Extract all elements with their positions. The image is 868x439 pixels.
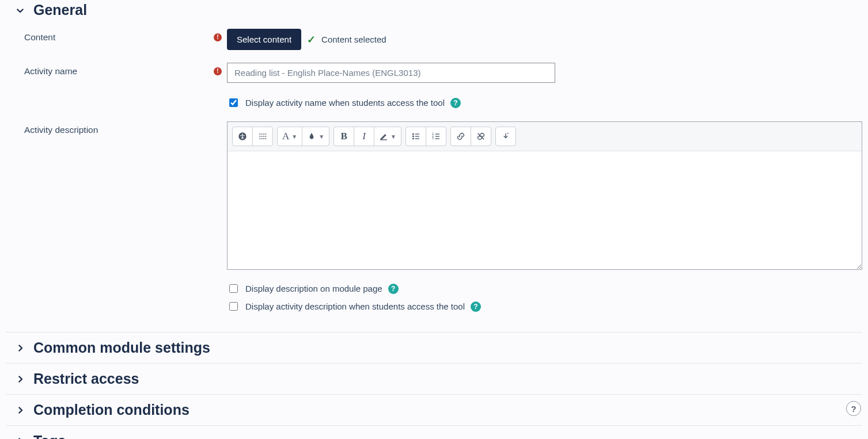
more-toolbar-button[interactable] bbox=[495, 127, 516, 146]
editor-toolbar: A▼ ▼ B I ▼ bbox=[228, 122, 862, 151]
section-general: General Content ! Select content ✓ Conte… bbox=[6, 0, 862, 332]
section-header-completion-conditions[interactable]: Completion conditions bbox=[15, 402, 862, 418]
help-icon[interactable]: ? bbox=[450, 98, 461, 108]
italic-button[interactable]: I bbox=[354, 127, 374, 146]
row-activity-description: Activity description bbox=[24, 121, 862, 312]
svg-point-19 bbox=[413, 138, 414, 139]
svg-point-11 bbox=[261, 138, 263, 139]
section-title: Restrict access bbox=[33, 371, 139, 387]
help-icon[interactable]: ? bbox=[471, 301, 481, 312]
bulleted-list-button[interactable] bbox=[405, 127, 426, 146]
section-completion-conditions: Completion conditions bbox=[6, 394, 862, 425]
section-body-general: Content ! Select content ✓ Content selec… bbox=[15, 18, 862, 312]
row-activity-name: Activity name ! Display activity name wh… bbox=[24, 63, 862, 109]
highlight-button[interactable]: ▼ bbox=[374, 127, 401, 146]
section-header-tags[interactable]: Tags bbox=[15, 433, 862, 439]
check-icon: ✓ bbox=[307, 33, 316, 46]
help-icon: ? bbox=[851, 404, 856, 414]
display-description-module-label: Display description on module page bbox=[245, 284, 382, 293]
editor-content[interactable] bbox=[228, 151, 862, 269]
svg-point-17 bbox=[413, 136, 414, 137]
section-header-restrict-access[interactable]: Restrict access bbox=[15, 371, 862, 387]
font-color-button[interactable]: ▼ bbox=[302, 127, 329, 146]
row-content: Content ! Select content ✓ Content selec… bbox=[24, 29, 862, 50]
chevron-down-icon bbox=[15, 5, 25, 16]
display-activity-name-label: Display activity name when students acce… bbox=[245, 98, 445, 108]
svg-point-6 bbox=[259, 136, 260, 137]
required-icon: ! bbox=[214, 67, 222, 75]
activity-name-input[interactable] bbox=[227, 63, 555, 83]
section-restrict-access: Restrict access bbox=[6, 363, 862, 394]
svg-text:3: 3 bbox=[432, 137, 434, 140]
select-content-button[interactable]: Select content bbox=[227, 29, 301, 50]
display-activity-description-tool-label: Display activity description when studen… bbox=[245, 301, 465, 311]
font-family-button[interactable]: A▼ bbox=[277, 127, 302, 146]
svg-point-2 bbox=[259, 133, 260, 135]
svg-point-4 bbox=[263, 133, 264, 135]
content-selected-status: Content selected bbox=[321, 35, 386, 44]
section-title: Tags bbox=[33, 433, 66, 439]
svg-point-7 bbox=[261, 136, 263, 137]
display-activity-description-tool-checkbox[interactable] bbox=[229, 302, 238, 311]
svg-rect-14 bbox=[380, 139, 387, 140]
display-description-module-checkbox[interactable] bbox=[229, 284, 238, 293]
chevron-right-icon bbox=[15, 343, 25, 353]
grid-icon[interactable] bbox=[252, 127, 273, 146]
display-activity-name-checkbox[interactable] bbox=[229, 98, 238, 107]
svg-point-10 bbox=[259, 138, 260, 139]
svg-point-5 bbox=[265, 133, 266, 135]
section-common-module-settings: Common module settings bbox=[6, 332, 862, 363]
section-header-common-module[interactable]: Common module settings bbox=[15, 339, 862, 356]
svg-point-13 bbox=[265, 138, 266, 139]
section-tags: Tags bbox=[6, 425, 862, 439]
unlink-button[interactable] bbox=[471, 127, 491, 146]
help-icon[interactable]: ? bbox=[388, 284, 399, 294]
floating-help-button[interactable]: ? bbox=[846, 401, 861, 416]
section-title: Completion conditions bbox=[33, 402, 189, 418]
svg-point-9 bbox=[265, 136, 266, 137]
required-icon: ! bbox=[214, 33, 222, 41]
label-activity-description: Activity description bbox=[24, 121, 209, 135]
chevron-right-icon bbox=[15, 436, 25, 440]
accessibility-icon[interactable] bbox=[232, 127, 253, 146]
svg-point-1 bbox=[242, 134, 243, 135]
svg-point-8 bbox=[263, 136, 264, 137]
bold-button[interactable]: B bbox=[333, 127, 354, 146]
section-title: Common module settings bbox=[33, 339, 210, 356]
chevron-right-icon bbox=[15, 374, 25, 384]
section-header-general[interactable]: General bbox=[15, 2, 862, 18]
section-title: General bbox=[33, 2, 87, 18]
richtext-editor: A▼ ▼ B I ▼ bbox=[227, 121, 862, 270]
label-activity-name: Activity name bbox=[24, 63, 209, 77]
svg-point-12 bbox=[263, 138, 264, 139]
link-button[interactable] bbox=[450, 127, 471, 146]
numbered-list-button[interactable]: 123 bbox=[426, 127, 446, 146]
label-content: Content bbox=[24, 29, 209, 43]
svg-point-3 bbox=[261, 133, 263, 135]
svg-point-15 bbox=[413, 133, 414, 135]
chevron-right-icon bbox=[15, 405, 25, 415]
